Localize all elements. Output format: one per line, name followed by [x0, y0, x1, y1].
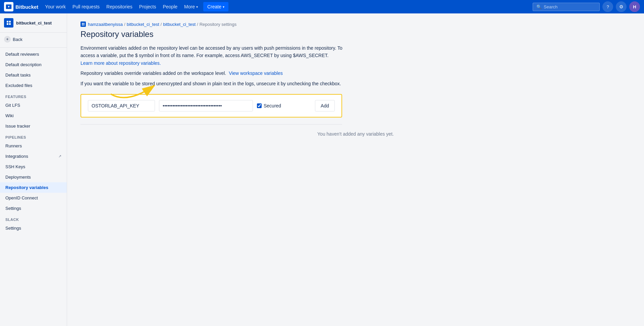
breadcrumb: hamzaaitbenyissa / bitbucket_ci_test / b… — [80, 21, 631, 27]
section-label-pipelines: PIPELINES — [0, 131, 67, 141]
page-desc-1: Environment variables added on the repos… — [80, 44, 349, 67]
breadcrumb-settings: Repository settings — [200, 22, 237, 27]
search-box[interactable]: 🔍 — [533, 3, 600, 11]
breadcrumb-repo1[interactable]: bitbucket_ci_test — [127, 22, 159, 27]
back-label: Back — [13, 37, 22, 42]
nav-repositories[interactable]: Repositories — [104, 3, 135, 11]
sidebar-item-default-description[interactable]: Default description — [0, 59, 67, 70]
breadcrumb-workspace[interactable]: hamzaaitbenyissa — [88, 22, 123, 27]
search-input[interactable] — [544, 4, 596, 9]
sidebar-item-slack-settings[interactable]: Settings — [0, 223, 67, 233]
sidebar-item-default-reviewers[interactable]: Default reviewers — [0, 49, 67, 59]
sidebar-item-ssh-keys[interactable]: SSH Keys — [0, 161, 67, 172]
secured-label: Secured — [257, 103, 281, 108]
sidebar-item-openid-connect[interactable]: OpenID Connect — [0, 193, 67, 203]
sidebar-item-wiki[interactable]: Wiki — [0, 110, 67, 121]
add-button[interactable]: Add — [315, 100, 335, 111]
section-label-slack: SLACK — [0, 214, 67, 223]
nav-pull-requests[interactable]: Pull requests — [70, 3, 102, 11]
layout: bitbucket_ci_test + Back Default reviewe… — [0, 13, 644, 326]
back-icon: + — [4, 36, 11, 43]
sidebar-item-runners[interactable]: Runners — [0, 141, 67, 151]
sidebar-item-git-lfs[interactable]: Git LFS — [0, 100, 67, 110]
help-button[interactable]: ? — [602, 1, 613, 12]
section-label-features: FEATURES — [0, 91, 67, 100]
topnav-right: 🔍 ? ⚙ H — [533, 1, 640, 12]
nav-more[interactable]: More ▾ — [181, 3, 201, 11]
avatar[interactable]: H — [629, 1, 640, 12]
sidebar-item-pipeline-settings[interactable]: Settings — [0, 203, 67, 214]
back-button[interactable]: + Back — [0, 33, 67, 46]
variable-value-input[interactable] — [159, 100, 253, 111]
nav-people[interactable]: People — [160, 3, 180, 11]
sidebar-repo[interactable]: bitbucket_ci_test — [0, 13, 67, 33]
page-desc-2: Repository variables override variables … — [80, 69, 349, 77]
learn-more-link[interactable]: Learn more about repository variables. — [80, 60, 161, 66]
variable-name-input[interactable] — [88, 100, 155, 111]
external-link-icon: ↗ — [58, 154, 61, 158]
sidebar-item-repository-variables[interactable]: Repository variables — [0, 182, 67, 193]
create-button[interactable]: Create ▾ — [203, 2, 228, 11]
sidebar-item-issue-tracker[interactable]: Issue tracker — [0, 121, 67, 131]
logo-text: Bitbucket — [15, 4, 38, 10]
sidebar-divider-1 — [0, 47, 67, 48]
breadcrumb-sep-3: / — [197, 22, 198, 27]
view-workspace-link[interactable]: View workspace variables — [229, 71, 283, 76]
page-desc-3: If you want the variable to be stored un… — [80, 80, 349, 87]
sidebar-item-integrations[interactable]: Integrations ↗ — [0, 151, 67, 161]
repo-icon — [4, 18, 13, 28]
main-content: hamzaaitbenyissa / bitbucket_ci_test / b… — [67, 13, 644, 326]
form-area: Secured Add — [80, 94, 342, 118]
sidebar-item-default-tasks[interactable]: Default tasks — [0, 70, 67, 80]
sidebar-item-deployments[interactable]: Deployments — [0, 172, 67, 182]
search-icon: 🔍 — [536, 4, 542, 9]
bitbucket-logo-icon — [4, 2, 13, 11]
empty-state: You haven't added any variables yet. — [80, 125, 631, 143]
sidebar: bitbucket_ci_test + Back Default reviewe… — [0, 13, 67, 326]
top-navigation: Bitbucket Your work Pull requests Reposi… — [0, 0, 644, 13]
breadcrumb-sep-2: / — [161, 22, 162, 27]
breadcrumb-repo2[interactable]: bitbucket_ci_test — [163, 22, 196, 27]
repo-name: bitbucket_ci_test — [16, 20, 52, 26]
secured-checkbox[interactable] — [257, 103, 262, 108]
nav-your-work[interactable]: Your work — [42, 3, 68, 11]
logo[interactable]: Bitbucket — [4, 2, 38, 11]
breadcrumb-sep-1: / — [124, 22, 125, 27]
page-title: Repository variables — [80, 30, 631, 39]
breadcrumb-icon — [80, 21, 86, 27]
settings-button[interactable]: ⚙ — [616, 1, 627, 12]
sidebar-item-excluded-files[interactable]: Excluded files — [0, 80, 67, 91]
nav-projects[interactable]: Projects — [137, 3, 159, 11]
